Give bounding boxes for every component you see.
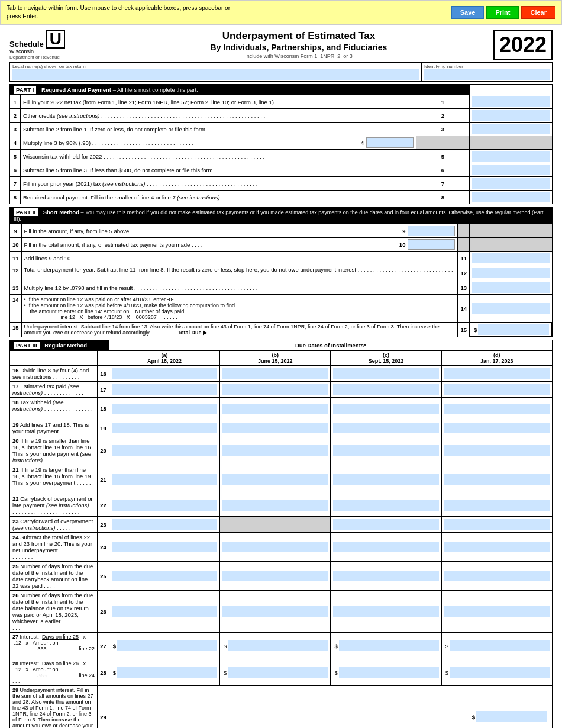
line25-c-input[interactable] — [333, 571, 438, 581]
line26-a-input[interactable] — [112, 606, 217, 617]
line9-shaded — [458, 224, 470, 238]
print-button[interactable]: Print — [486, 6, 519, 19]
line4-input[interactable] — [366, 137, 414, 148]
line23-c-input[interactable] — [333, 519, 438, 530]
line1-num-label: 1 — [416, 95, 470, 109]
line17-a-input[interactable] — [112, 384, 217, 395]
line22-d-input[interactable] — [444, 500, 550, 511]
line28-c-input[interactable] — [339, 667, 439, 678]
line22-c — [331, 494, 441, 517]
line17-b-input[interactable] — [222, 384, 328, 395]
line19-b-input[interactable] — [222, 423, 328, 433]
line6-input[interactable] — [472, 165, 550, 175]
line10-input[interactable] — [408, 239, 455, 250]
line4-desc: Multiply line 3 by 90% (.90) . . . . . .… — [21, 136, 416, 150]
line23-d-input[interactable] — [444, 519, 550, 530]
clear-button[interactable]: Clear — [521, 6, 555, 19]
line14-input[interactable] — [472, 303, 550, 314]
part2-table: PART II Short Method – You may use this … — [9, 207, 553, 337]
line24-d-input[interactable] — [444, 542, 550, 552]
line15-input[interactable] — [478, 324, 549, 335]
line12-input[interactable] — [472, 268, 550, 278]
line24-b-input[interactable] — [222, 542, 328, 552]
part3-title: Regular Method — [44, 342, 87, 349]
line17-a — [109, 382, 219, 398]
line21-d-input[interactable] — [444, 474, 550, 485]
line28-d-input[interactable] — [450, 667, 550, 678]
line3-input[interactable] — [472, 124, 550, 134]
line4-shaded2 — [470, 136, 553, 150]
line24-a-input[interactable] — [112, 542, 217, 552]
line11-input[interactable] — [472, 253, 550, 263]
line25-a-input[interactable] — [112, 571, 217, 581]
line23-a-input[interactable] — [112, 519, 217, 530]
line26-b-input[interactable] — [222, 606, 328, 617]
line17-d-input[interactable] — [444, 384, 550, 395]
line16-d-input[interactable] — [444, 368, 550, 379]
line20-a — [109, 436, 219, 465]
line20-d-input[interactable] — [444, 445, 550, 456]
line21-a-input[interactable] — [112, 474, 217, 485]
id-number-input[interactable] — [424, 69, 550, 80]
line5-input[interactable] — [472, 151, 550, 162]
line18-a-input[interactable] — [112, 404, 217, 414]
line27-a-input[interactable] — [117, 640, 217, 651]
line13-input-cell — [470, 281, 553, 295]
line22-c-input[interactable] — [333, 500, 438, 511]
line18-c-input[interactable] — [333, 404, 438, 414]
line29-input[interactable] — [476, 711, 547, 722]
line27-c-input[interactable] — [339, 640, 439, 651]
line22-a-input[interactable] — [112, 500, 217, 511]
line29-input-cell: $ — [109, 686, 552, 729]
line20-a-input[interactable] — [112, 445, 217, 456]
line19-d-input[interactable] — [444, 423, 550, 433]
line1-num: 1 — [10, 95, 21, 109]
line13-input[interactable] — [472, 282, 550, 293]
form-include: Include with Wisconsin Form 1, 1NPR, 2, … — [110, 53, 487, 59]
line16-a-input[interactable] — [112, 368, 217, 379]
line20-b-input[interactable] — [222, 445, 328, 456]
line1-input[interactable] — [472, 96, 550, 107]
save-button[interactable]: Save — [451, 6, 485, 19]
line28-b-input[interactable] — [228, 667, 328, 678]
line27-b-input[interactable] — [228, 640, 328, 651]
legal-name-input[interactable] — [12, 69, 419, 80]
line26-d-input[interactable] — [444, 606, 550, 617]
line27-d-input[interactable] — [450, 640, 550, 651]
line19-c — [331, 420, 441, 436]
line21-b-input[interactable] — [222, 474, 328, 485]
line19-c-input[interactable] — [333, 423, 438, 433]
line28-a-input[interactable] — [117, 667, 217, 678]
line4-num: 4 — [10, 136, 21, 150]
line7-input[interactable] — [472, 178, 550, 189]
line17-num: 17 — [98, 382, 109, 398]
form-title-main: Underpayment of Estimated Tax — [110, 30, 487, 43]
line16-b-input[interactable] — [222, 368, 328, 379]
line4-shaded — [416, 136, 470, 150]
part3-line24: 24 Subtract the total of lines 22 and 23… — [10, 533, 553, 562]
line24-c-input[interactable] — [333, 542, 438, 552]
line21-c-input[interactable] — [333, 474, 438, 485]
line16-c-input[interactable] — [333, 368, 438, 379]
line9-box-label: 9 — [402, 228, 405, 234]
line18-d-input[interactable] — [444, 404, 550, 414]
line20-c-input[interactable] — [333, 445, 438, 456]
line19-a-input[interactable] — [112, 423, 217, 433]
line18-b-input[interactable] — [222, 404, 328, 414]
line25-d-input[interactable] — [444, 571, 550, 581]
header-center: Underpayment of Estimated Tax By Individ… — [104, 30, 493, 60]
line15-desc: Underpayment interest. Subtract line 14 … — [21, 323, 458, 337]
line25-c — [331, 562, 441, 591]
line8-input[interactable] — [472, 192, 550, 202]
line26-c-input[interactable] — [333, 606, 438, 617]
line2-input[interactable] — [472, 110, 550, 121]
line5-num-label: 5 — [416, 150, 470, 163]
line22-b-input[interactable] — [222, 500, 328, 511]
line25-b-input[interactable] — [222, 571, 328, 581]
line20-c — [331, 436, 441, 465]
part1-line7: 7 Fill in your prior year (2021) tax (se… — [10, 177, 553, 191]
line13-desc: Multiply line 12 by .0798 and fill in th… — [21, 281, 458, 295]
line18-d — [441, 398, 552, 420]
line17-c-input[interactable] — [333, 384, 438, 395]
line9-input[interactable] — [408, 226, 455, 236]
